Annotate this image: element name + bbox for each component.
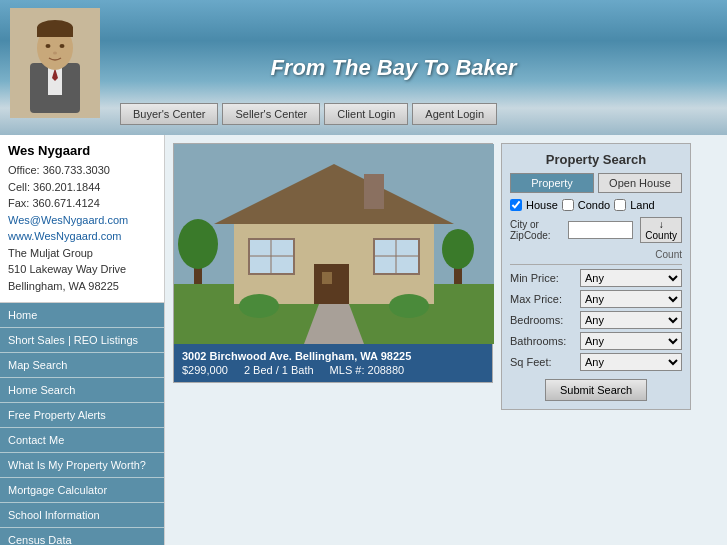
agent-details: Office: 360.733.3030 Cell: 360.201.1844 … [8, 162, 156, 294]
search-panel-title: Property Search [510, 152, 682, 167]
sellers-center-button[interactable]: Seller's Center [222, 103, 320, 125]
listing-beds-baths: 2 Bed / 1 Bath [244, 364, 314, 376]
agent-email[interactable]: Wes@WesNygaard.com [8, 214, 128, 226]
city-zip-row: City or ZipCode: ↓ County [510, 217, 682, 243]
listing-info: 3002 Birchwood Ave. Bellingham, WA 98225… [174, 344, 492, 382]
min-price-row: Min Price: Any 50,000100,000150,000 200,… [510, 269, 682, 287]
search-type-property-btn[interactable]: Property [510, 173, 594, 193]
min-price-select[interactable]: Any 50,000100,000150,000 200,000250,0003… [580, 269, 682, 287]
svg-point-6 [46, 44, 51, 48]
county-button[interactable]: ↓ County [640, 217, 682, 243]
listing-mls: MLS #: 208880 [330, 364, 405, 376]
svg-rect-13 [364, 174, 384, 209]
sidebar-item-census-data[interactable]: Census Data [0, 528, 164, 545]
svg-point-8 [53, 52, 57, 55]
sidebar-item-contact-me[interactable]: Contact Me [0, 428, 164, 453]
svg-point-26 [239, 294, 279, 318]
city-zip-input[interactable] [568, 221, 633, 239]
office-phone: 360.733.3030 [43, 164, 110, 176]
svg-point-23 [178, 219, 218, 269]
listing-price: $299,000 [182, 364, 228, 376]
property-search-panel: Property Search Property Open House Hous… [501, 143, 691, 410]
sidebar-item-home-search[interactable]: Home Search [0, 378, 164, 403]
land-label: Land [630, 199, 654, 211]
agent-company: The Muljat Group [8, 247, 93, 259]
agent-name: Wes Nygaard [8, 143, 156, 158]
bathrooms-row: Bathrooms: Any1234 [510, 332, 682, 350]
bathrooms-label: Bathrooms: [510, 335, 580, 347]
search-type-open-house-btn[interactable]: Open House [598, 173, 682, 193]
condo-checkbox[interactable] [562, 199, 574, 211]
house-label: House [526, 199, 558, 211]
bedrooms-label: Bedrooms: [510, 314, 580, 326]
sidebar-item-mortgage-calc[interactable]: Mortgage Calculator [0, 478, 164, 503]
sidebar-item-home[interactable]: Home [0, 303, 164, 328]
land-checkbox[interactable] [614, 199, 626, 211]
min-price-label: Min Price: [510, 272, 580, 284]
svg-point-7 [60, 44, 65, 48]
cell-label: Cell: [8, 181, 30, 193]
site-title: From The Bay To Baker [270, 55, 516, 81]
nav-bar: Buyer's Center Seller's Center Client Lo… [120, 103, 497, 125]
main-content: Wes Nygaard Office: 360.733.3030 Cell: 3… [0, 135, 727, 545]
sidebar: Wes Nygaard Office: 360.733.3030 Cell: 3… [0, 135, 165, 545]
sqfeet-label: Sq Feet: [510, 356, 580, 368]
svg-point-25 [442, 229, 474, 269]
sidebar-item-school-info[interactable]: School Information [0, 503, 164, 528]
property-type-checkboxes: House Condo Land [510, 199, 682, 211]
office-label: Office: [8, 164, 40, 176]
condo-label: Condo [578, 199, 610, 211]
agent-address: 510 Lakeway Way Drive [8, 263, 126, 275]
agent-info: Wes Nygaard Office: 360.733.3030 Cell: 3… [0, 135, 164, 303]
fax-label: Fax: [8, 197, 29, 209]
listing-card: 3002 Birchwood Ave. Bellingham, WA 98225… [173, 143, 493, 383]
agent-photo [10, 8, 100, 118]
svg-rect-5 [37, 27, 73, 37]
sidebar-item-short-sales[interactable]: Short Sales | REO Listings [0, 328, 164, 353]
listing-image [174, 144, 494, 344]
agent-city: Bellingham, WA 98225 [8, 280, 119, 292]
fax-number: 360.671.4124 [32, 197, 99, 209]
sidebar-item-property-worth[interactable]: What Is My Property Worth? [0, 453, 164, 478]
client-login-button[interactable]: Client Login [324, 103, 408, 125]
sidebar-item-free-property-alerts[interactable]: Free Property Alerts [0, 403, 164, 428]
listing-address: 3002 Birchwood Ave. Bellingham, WA 98225 [182, 350, 484, 362]
agent-website[interactable]: www.WesNygaard.com [8, 230, 122, 242]
search-type-row: Property Open House [510, 173, 682, 193]
bedrooms-select[interactable]: Any12345+ [580, 311, 682, 329]
sqfeet-select[interactable]: Any5007501000 1500200025003000 [580, 353, 682, 371]
sqfeet-row: Sq Feet: Any5007501000 1500200025003000 [510, 353, 682, 371]
max-price-select[interactable]: Any 100,000200,000300,000 500,000750,000… [580, 290, 682, 308]
sidebar-item-map-search[interactable]: Map Search [0, 353, 164, 378]
bathrooms-select[interactable]: Any1234 [580, 332, 682, 350]
svg-point-27 [389, 294, 429, 318]
listing-price-row: $299,000 2 Bed / 1 Bath MLS #: 208880 [182, 364, 484, 376]
city-zip-label: City or ZipCode: [510, 219, 566, 241]
agent-login-button[interactable]: Agent Login [412, 103, 497, 125]
max-price-row: Max Price: Any 100,000200,000300,000 500… [510, 290, 682, 308]
bedrooms-row: Bedrooms: Any12345+ [510, 311, 682, 329]
count-label: Count [510, 249, 682, 260]
cell-phone: 360.201.1844 [33, 181, 100, 193]
svg-rect-15 [322, 272, 332, 284]
submit-search-button[interactable]: Submit Search [545, 379, 647, 401]
max-price-label: Max Price: [510, 293, 580, 305]
buyers-center-button[interactable]: Buyer's Center [120, 103, 218, 125]
header: From The Bay To Baker Buyer's Center Sel… [0, 0, 727, 135]
content-area: 3002 Birchwood Ave. Bellingham, WA 98225… [165, 135, 727, 545]
house-checkbox[interactable] [510, 199, 522, 211]
